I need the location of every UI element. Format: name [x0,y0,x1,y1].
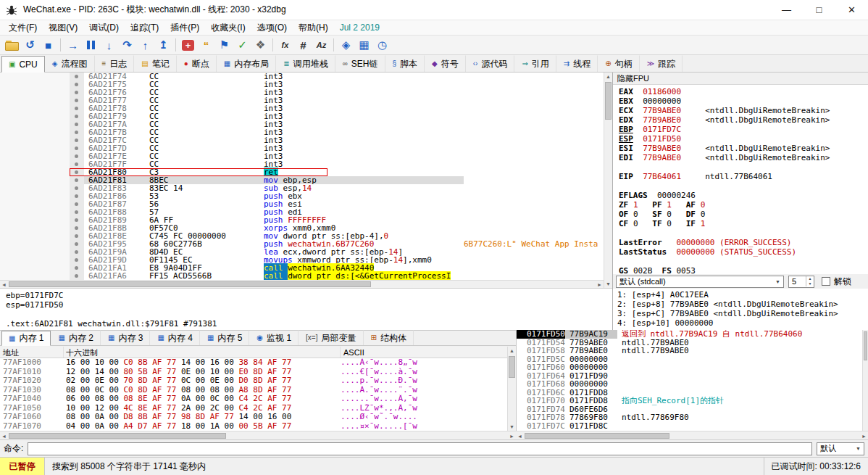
execute-till-return-icon[interactable]: ↑ [136,37,154,53]
register-line[interactable]: EDX 77B9ABE0 <ntdll.DbgUiRemoteBreakin> [619,115,868,125]
tab-call-stack[interactable]: ≣调用堆栈 [276,55,335,72]
menu-debug[interactable]: 调试(D) [83,20,125,35]
register-line[interactable]: EBX 00000000 [619,96,868,106]
unlock-checkbox[interactable] [822,277,830,286]
argument-line[interactable]: 3: [esp+C] 77B9ABE0 <ntdll.DbgUiRemoteBr… [617,309,868,318]
memory-header-address[interactable]: 地址 [0,347,64,358]
stack-row[interactable]: 0171FD74D60FE6D6 [517,405,862,414]
tab-symbols[interactable]: ◆符号 [425,55,466,72]
memory-vscrollbar[interactable]: ▲ ▼ [507,347,516,431]
breakpoint-dot[interactable] [0,160,84,168]
disasm-hscrollbar[interactable]: ◄ ► [0,280,604,288]
tab-threads[interactable]: ⇉线程 [556,55,598,72]
tab-references[interactable]: ⇒引用 [514,55,556,72]
restart-icon[interactable]: ↺ [21,37,39,53]
stack-vscrollbar[interactable] [862,330,868,431]
breakpoint-dot[interactable] [0,80,84,88]
register-line[interactable] [619,181,868,191]
tab-watch-1[interactable]: ◉监视 1 [249,330,299,345]
breakpoint-dot[interactable] [0,73,84,80]
tab-locals[interactable]: [x=]局部变量 [299,330,363,345]
menu-plugins[interactable]: 插件(P) [164,20,205,35]
menu-build-date[interactable]: Jul 2 2019 [334,20,385,35]
time-icon[interactable]: ◷ [373,37,391,53]
breakpoint-dot[interactable] [0,200,84,208]
memory-header-hex[interactable]: 十六进制 [64,347,341,358]
minimize-button[interactable]: — [770,0,803,20]
stack-row[interactable]: 0171FD7877869F80ntdll.77869F80 [517,413,862,422]
scroll-thumb[interactable] [605,82,612,120]
preferences-icon[interactable]: ❖ [251,37,270,53]
breakpoint-dot[interactable] [0,240,84,248]
breakpoint-dot[interactable] [0,224,84,232]
breakpoint-dot[interactable] [0,136,84,144]
register-line[interactable]: LastStatus 00000000 (STATUS_SUCCESS) [619,247,868,257]
breakpoint-dot[interactable] [0,184,84,192]
stack-row[interactable]: 0171FD6000000000 [517,363,862,372]
breakpoint-dot[interactable] [0,152,84,160]
spinner-arrows[interactable]: ▲▼ [806,276,814,286]
menu-view[interactable]: 视图(V) [43,20,83,35]
stack-row[interactable]: 0171FD5C00000000 [517,355,862,364]
run-icon[interactable]: → [64,37,82,53]
tab-cpu[interactable]: ▣CPU [1,56,45,73]
stack-row[interactable]: 0171FD5077B9AC19返回到 ntdll.77B9AC19 自 ntd… [517,330,862,339]
tab-seh[interactable]: ∞SEH链 [335,55,385,72]
disasm-vscrollbar[interactable]: ▲ ▼ [604,73,612,288]
argument-line[interactable]: 4: [esp+10] 00000000 [617,318,868,328]
breakpoint-dot[interactable] [0,232,84,240]
fpu-header[interactable]: 隐藏FPU [613,73,868,85]
menu-help[interactable]: 帮助(H) [293,20,334,35]
argument-line[interactable]: 1: [esp+4] A0C17EEA [617,290,868,300]
scroll-down-arrow[interactable]: ▼ [604,280,612,288]
register-line[interactable] [619,257,868,266]
register-line[interactable]: GS 002B FS 0053 [619,266,868,274]
register-line[interactable]: EIP 77B64061 ntdll.77B64061 [619,172,868,181]
register-line[interactable]: ZF 1 PF 1 AF 0 [619,200,868,210]
scroll-thumb[interactable] [509,356,515,378]
breakpoint-dot[interactable] [0,104,84,112]
tab-handles[interactable]: ⊕句柄 [598,55,639,72]
breakpoint-dot[interactable] [0,128,84,136]
stack-row[interactable]: 0171FD5477B9ABE0ntdll.77B9ABE0 [517,339,862,347]
breakpoint-dot[interactable] [0,248,84,256]
register-line[interactable]: EFLAGS 00000246 [619,191,868,200]
az-icon[interactable]: Az [312,37,330,53]
register-line[interactable]: ECX 77B9ABE0 <ntdll.DbgUiRemoteBreakin> [619,106,868,115]
calling-convention-dropdown[interactable]: 默认 (stdcall) ▼ [616,276,784,288]
breakpoint-dot[interactable] [0,272,84,280]
argument-line[interactable]: 2: [esp+8] 77B9ABE0 <ntdll.DbgUiRemoteBr… [617,300,868,309]
breakpoint-dot[interactable] [0,144,84,152]
command-dropdown[interactable]: 默认 ▼ [817,442,864,455]
tab-trace[interactable]: ≫跟踪 [640,55,683,72]
stack-row[interactable]: 0171FD6C0171FDD8 [517,389,862,397]
scroll-down-arrow[interactable]: ▼ [508,423,516,431]
command-input[interactable] [28,442,812,455]
hash-icon[interactable]: # [294,37,312,53]
register-line[interactable]: CF 0 TF 0 IF 1 [619,219,868,228]
tab-breakpoints[interactable]: ●断点 [177,55,217,72]
tab-graph[interactable]: ◈流程图 [45,55,95,72]
tab-dump-5[interactable]: ▦内存 5 [200,330,249,345]
register-line[interactable]: LastError 00000000 (ERROR_SUCCESS) [619,238,868,247]
comment-icon[interactable]: “ [197,37,215,53]
tab-log[interactable]: ≡日志 [95,55,135,72]
tab-source[interactable]: ‹›源代码 [466,55,515,72]
register-line[interactable]: ESI 77B9ABE0 <ntdll.DbgUiRemoteBreakin> [619,144,868,153]
memory-hscrollbar[interactable]: ◄ ► [0,431,516,439]
patches-icon[interactable]: + [179,37,197,53]
stack-row[interactable]: 0171FD5877B9ABE0ntdll.77B9ABE0 [517,347,862,355]
tab-notes[interactable]: ▤笔记 [134,55,176,72]
breakpoint-dot[interactable] [0,264,84,272]
maximize-button[interactable]: □ [803,0,835,20]
tab-memory-map[interactable]: ▦内存布局 [217,55,276,72]
arg-count-spinner[interactable]: 5 ▲▼ [788,276,814,288]
register-line[interactable] [619,228,868,238]
spinner-down-icon[interactable]: ▼ [806,281,814,286]
memory-header-ascii[interactable]: ASCII [341,347,507,358]
pause-icon[interactable] [82,37,100,53]
breakpoint-dot[interactable] [0,208,84,216]
menu-file[interactable]: 文件(F) [3,20,43,35]
breakpoint-dot[interactable] [0,120,84,128]
stack-row[interactable]: 0171FD6800000000 [517,380,862,389]
